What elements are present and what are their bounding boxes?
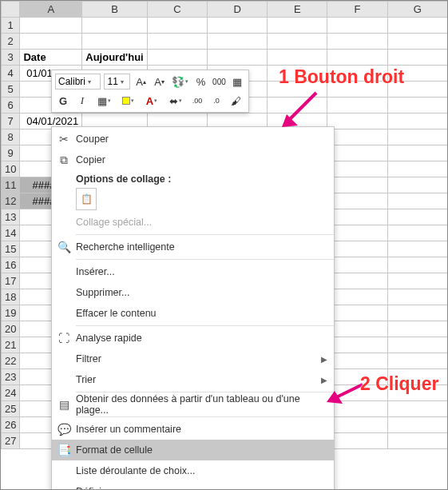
- col-header-E[interactable]: E: [268, 2, 327, 18]
- svg-marker-1: [282, 114, 298, 127]
- comma-format-icon[interactable]: 000: [212, 74, 227, 90]
- menu-define-name[interactable]: Définir un nom...: [52, 481, 334, 490]
- bold-button[interactable]: G: [55, 93, 71, 109]
- row-header[interactable]: 17: [2, 273, 20, 289]
- decrease-decimal-icon[interactable]: .0: [208, 93, 224, 109]
- menu-filter[interactable]: Filtrer ▶: [52, 349, 334, 369]
- menu-format-cell[interactable]: 📑 Format de cellule: [52, 440, 334, 460]
- menu-copy[interactable]: ⧉ Copier: [52, 149, 334, 170]
- menu-sort[interactable]: Trier ▶: [52, 369, 334, 390]
- row-header[interactable]: 19: [2, 305, 20, 321]
- fill-color-icon[interactable]: ▾: [117, 93, 138, 109]
- row-header[interactable]: 3: [2, 50, 20, 66]
- context-menu: ✂ Couper ⧉ Copier Options de collage : 📋…: [51, 126, 335, 490]
- decrease-font-icon[interactable]: A▾: [152, 74, 167, 90]
- quick-analysis-icon: ⛶: [52, 332, 76, 345]
- percent-format-icon[interactable]: %: [193, 74, 208, 90]
- row-header[interactable]: 1: [2, 18, 20, 34]
- accounting-format-icon[interactable]: 💱▾: [170, 74, 190, 90]
- menu-paste-special: Collage spécial...: [52, 212, 334, 233]
- col-header-B[interactable]: B: [82, 2, 147, 18]
- row-header[interactable]: 15: [2, 241, 20, 257]
- menu-delete[interactable]: Supprimer...: [52, 282, 334, 303]
- submenu-arrow-icon: ▶: [321, 355, 327, 364]
- comment-icon: 💬: [52, 423, 76, 436]
- arrow-1: [272, 81, 328, 137]
- menu-insert-comment[interactable]: 💬 Insérer un commentaire: [52, 419, 334, 440]
- table-icon: ▤: [52, 398, 76, 411]
- svg-line-0: [287, 93, 316, 122]
- cut-icon: ✂: [52, 133, 76, 145]
- copy-icon: ⧉: [52, 153, 76, 167]
- row-header[interactable]: 14: [2, 225, 20, 241]
- row-header[interactable]: 18: [2, 289, 20, 305]
- increase-decimal-icon[interactable]: .00: [189, 93, 205, 109]
- row-header[interactable]: 6: [2, 98, 20, 114]
- font-color-icon[interactable]: A▾: [141, 93, 162, 109]
- col-header-G[interactable]: G: [387, 2, 447, 18]
- merge-icon[interactable]: ⬌▾: [165, 93, 186, 109]
- row-header[interactable]: 25: [2, 401, 20, 417]
- row-header[interactable]: 22: [2, 353, 20, 369]
- font-name-combo[interactable]: Calibri▾: [55, 74, 101, 90]
- row-header[interactable]: 11: [2, 177, 20, 193]
- menu-smart-lookup[interactable]: 🔍 Recherche intelligente: [52, 237, 334, 257]
- row-header[interactable]: 9: [2, 145, 20, 161]
- menu-clear-contents[interactable]: Effacer le contenu: [52, 303, 334, 324]
- row-header[interactable]: 16: [2, 257, 20, 273]
- corner-cell[interactable]: [2, 2, 20, 18]
- row-header[interactable]: 13: [2, 209, 20, 225]
- row-header[interactable]: 12: [2, 193, 20, 209]
- col-header-D[interactable]: D: [207, 2, 267, 18]
- col-header-F[interactable]: F: [327, 2, 387, 18]
- row-header[interactable]: 4: [2, 66, 20, 82]
- mini-toolbar: Calibri▾ 11▾ A▴ A▾ 💱▾ % 000 ▦ G I ▦▾ ▾ A…: [51, 70, 249, 113]
- menu-quick-analysis[interactable]: ⛶ Analyse rapide: [52, 328, 334, 349]
- row-header[interactable]: 23: [2, 369, 20, 385]
- row-header[interactable]: 26: [2, 417, 20, 433]
- cell-B3[interactable]: Aujourd'hui: [82, 50, 147, 66]
- row-header[interactable]: 27: [2, 433, 20, 449]
- row-header[interactable]: 5: [2, 82, 20, 98]
- row-header[interactable]: 20: [2, 321, 20, 337]
- menu-dropdown-list[interactable]: Liste déroulante de choix...: [52, 460, 334, 481]
- annotation-2: 2 Cliquer: [360, 373, 438, 395]
- format-cell-icon: 📑: [52, 444, 76, 456]
- menu-get-data[interactable]: ▤ Obtenir des données à partir d'un tabl…: [52, 394, 334, 415]
- format-painter-icon[interactable]: 🖌: [228, 93, 244, 109]
- col-header-A[interactable]: A: [20, 2, 82, 18]
- row-header[interactable]: 7: [2, 114, 20, 129]
- increase-font-icon[interactable]: A▴: [133, 74, 149, 90]
- row-header[interactable]: 10: [2, 161, 20, 177]
- col-header-C[interactable]: C: [147, 2, 207, 18]
- row-header[interactable]: 2: [2, 34, 20, 50]
- row-header[interactable]: 8: [2, 129, 20, 145]
- menu-paste-options-header: Options de collage :: [52, 170, 334, 188]
- italic-button[interactable]: I: [74, 93, 90, 109]
- paste-icon[interactable]: 📋: [76, 188, 97, 210]
- borders-icon[interactable]: ▦▾: [93, 93, 114, 109]
- font-size-combo[interactable]: 11▾: [104, 74, 130, 90]
- smart-lookup-icon: 🔍: [52, 241, 76, 253]
- svg-marker-3: [327, 391, 343, 404]
- conditional-format-icon[interactable]: ▦: [230, 74, 245, 90]
- annotation-1: 1 Bouton droit: [279, 66, 404, 88]
- row-header[interactable]: 21: [2, 337, 20, 353]
- cell-A3[interactable]: Date: [20, 50, 82, 66]
- menu-insert[interactable]: Insérer...: [52, 261, 334, 282]
- row-header[interactable]: 24: [2, 385, 20, 401]
